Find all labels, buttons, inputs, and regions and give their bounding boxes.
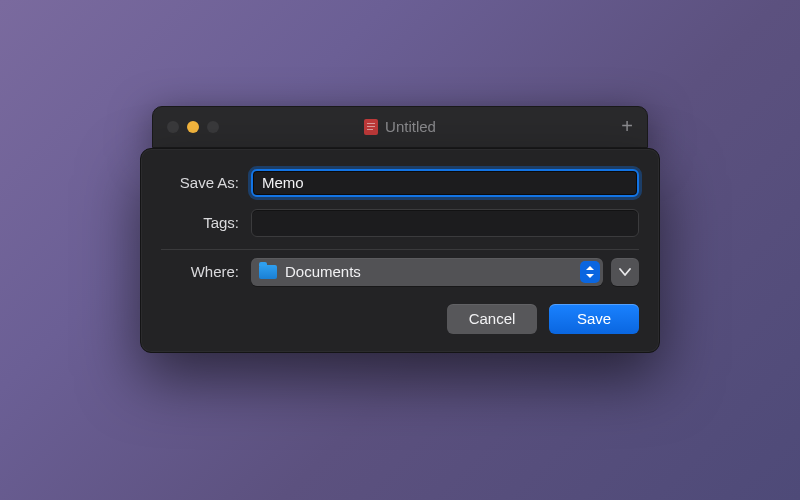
- where-label: Where:: [161, 263, 251, 280]
- save-dialog: Save As: Tags: Where: Documents: [140, 148, 660, 353]
- updown-icon: [580, 261, 600, 283]
- parent-window-titlebar: Untitled +: [152, 106, 648, 148]
- divider: [161, 249, 639, 250]
- expand-dialog-button[interactable]: [611, 258, 639, 286]
- window-title: Untitled: [385, 118, 436, 135]
- window-close-button[interactable]: [167, 121, 179, 133]
- window-minimize-button[interactable]: [187, 121, 199, 133]
- window-zoom-button[interactable]: [207, 121, 219, 133]
- save-as-label: Save As:: [161, 174, 251, 191]
- location-value: Documents: [285, 263, 361, 280]
- tags-input[interactable]: [251, 209, 639, 237]
- tags-label: Tags:: [161, 214, 251, 231]
- save-button[interactable]: Save: [549, 304, 639, 334]
- chevron-down-icon: [619, 267, 631, 277]
- document-icon: [364, 119, 378, 135]
- window-controls: [167, 121, 219, 133]
- new-tab-button[interactable]: +: [621, 115, 633, 138]
- folder-icon: [259, 265, 277, 279]
- filename-input[interactable]: [251, 169, 639, 197]
- cancel-button[interactable]: Cancel: [447, 304, 537, 334]
- location-popup[interactable]: Documents: [251, 258, 603, 286]
